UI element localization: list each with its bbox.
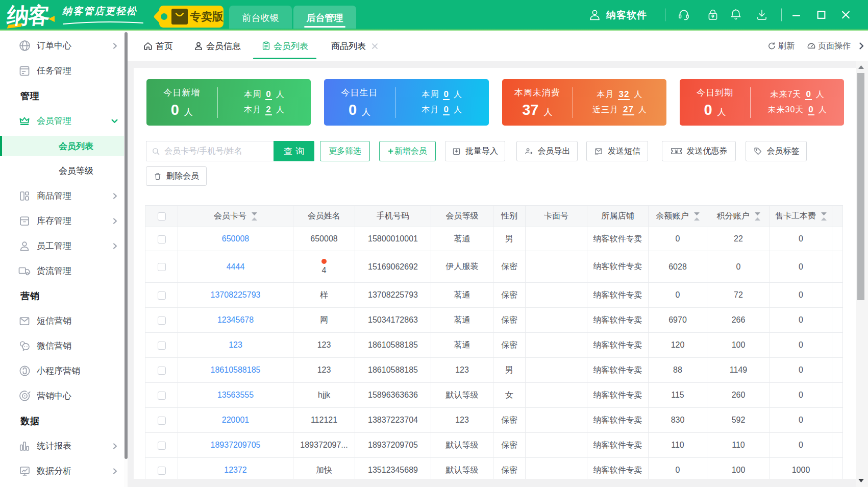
lock-icon[interactable] [706, 8, 720, 21]
sort-icon[interactable] [694, 212, 700, 221]
filler-cell [832, 383, 843, 408]
sidebar-item-数据分析[interactable]: 数据分析 [0, 458, 128, 483]
row-checkbox[interactable] [158, 291, 166, 300]
member-level-cell: 茗通 [431, 308, 493, 333]
sidebar-item-库存管理[interactable]: 库存管理 [0, 208, 128, 233]
sort-icon[interactable] [252, 212, 257, 221]
sidebar-item-小程序营销[interactable]: 小程序营销 [0, 358, 128, 383]
row-checkbox[interactable] [158, 392, 166, 400]
scroll-up-icon[interactable] [858, 65, 864, 69]
member-card-link[interactable]: 18937209705 [178, 433, 293, 458]
stat-subvalue[interactable]: 2 [265, 105, 271, 115]
row-checkbox[interactable] [158, 367, 166, 375]
sort-icon[interactable] [755, 212, 760, 221]
column-header-会员卡号[interactable]: 会员卡号 [178, 206, 293, 227]
row-checkbox-cell [145, 408, 178, 433]
chevron-right-icon [111, 468, 118, 475]
row-checkbox[interactable] [158, 316, 166, 325]
sidebar: 订单中心任务管理管理会员管理会员列表会员等级商品管理库存管理员工管理货流管理营销… [0, 31, 128, 487]
member-card-link[interactable]: 12372 [178, 458, 293, 479]
member-card-link[interactable]: 18610588185 [178, 358, 293, 383]
download-icon[interactable] [755, 8, 768, 21]
sidebar-scrollbar[interactable] [124, 31, 128, 487]
toolbar-button-批量导入[interactable]: 批量导入 [445, 141, 505, 161]
sort-icon[interactable] [821, 212, 827, 221]
toolbar-button-会员导出[interactable]: 会员导出 [516, 141, 578, 161]
stat-subvalue[interactable]: 0 [265, 89, 271, 100]
member-card-link[interactable]: 650008 [178, 227, 293, 251]
stat-subvalue[interactable]: 27 [623, 105, 634, 115]
sidebar-subitem-会员等级[interactable]: 会员等级 [0, 158, 128, 183]
refresh-button[interactable]: 刷新 [767, 41, 795, 52]
row-checkbox[interactable] [158, 467, 166, 475]
row-checkbox[interactable] [158, 263, 166, 271]
page-operations-button[interactable]: 页面操作 [807, 41, 851, 52]
row-checkbox[interactable] [158, 235, 166, 243]
select-all-checkbox[interactable] [158, 212, 166, 221]
column-header-余额账户[interactable]: 余额账户 [649, 206, 707, 227]
stat-card-main: 本周未消费 37人 [502, 87, 573, 118]
maximize-button[interactable] [816, 10, 826, 20]
row-checkbox[interactable] [158, 417, 166, 425]
content-scrollbar[interactable] [856, 61, 868, 487]
bell-icon[interactable] [729, 8, 742, 21]
member-card-link[interactable]: 220001 [178, 408, 293, 433]
stat-subvalue[interactable]: 32 [618, 89, 630, 100]
sidebar-item-商品管理[interactable]: 商品管理 [0, 183, 128, 208]
toolbar-button-发送短信[interactable]: 发送短信 [586, 141, 648, 161]
sidebar-subitem-会员列表[interactable]: 会员列表 [0, 133, 128, 158]
more-filters-button[interactable]: 更多筛选 [320, 141, 370, 161]
add-member-button[interactable]: +新增会员 [379, 141, 436, 161]
scroll-down-icon[interactable] [858, 479, 864, 482]
sidebar-scrollbar-thumb[interactable] [125, 32, 128, 459]
row-checkbox[interactable] [158, 342, 166, 350]
column-header-积分账户[interactable]: 积分账户 [707, 206, 770, 227]
sidebar-item-员工管理[interactable]: 员工管理 [0, 233, 128, 258]
close-button[interactable] [841, 10, 851, 20]
member-search-input[interactable]: 会员卡号/手机号/姓名 [146, 141, 274, 161]
stat-subvalue[interactable]: 0 [443, 105, 449, 115]
support-headset-icon[interactable] [677, 8, 690, 21]
account[interactable]: 纳客软件 [588, 8, 647, 22]
delete-member-button[interactable]: 删除会员 [146, 166, 207, 186]
member-face-cell [526, 458, 587, 479]
sidebar-item-营销中心[interactable]: 营销中心 [0, 383, 128, 408]
sidebar-item-统计报表[interactable]: 统计报表 [0, 433, 128, 458]
row-checkbox[interactable] [158, 442, 166, 450]
member-name-cell: 123 [293, 358, 355, 383]
badge-tag-hole [161, 13, 167, 20]
column-header-inner: 余额账户 [649, 211, 707, 222]
minimize-button[interactable] [791, 10, 801, 20]
member-card-link[interactable]: 123 [178, 333, 293, 358]
toolbar-button-发送优惠券[interactable]: 发送优惠券 [662, 141, 736, 161]
toolbar-button-会员标签[interactable]: 会员标签 [746, 141, 807, 161]
member-card-link[interactable]: 13563555 [178, 383, 293, 408]
stat-subvalue[interactable]: 0 [443, 89, 449, 100]
column-header-售卡工本费[interactable]: 售卡工本费 [770, 206, 832, 227]
member-list-panel: 今日新增 0人 本周0人本月2人 今日生日 0人 本周0人本月0人 本周未消费 … [134, 68, 856, 479]
member-gender-cell: 男 [493, 227, 526, 251]
stat-subvalue[interactable]: 0 [805, 89, 811, 100]
stat-subvalue[interactable]: 0 [808, 105, 814, 115]
sidebar-item-会员管理[interactable]: 会员管理 [0, 108, 128, 133]
member-name-cell: 样 [293, 283, 355, 308]
expand-right-icon[interactable] [857, 42, 865, 50]
member-card-link[interactable]: 13708225793 [178, 283, 293, 308]
target-icon [18, 389, 31, 402]
stat-card-main: 今日新增 0人 [146, 87, 217, 118]
sidebar-item-微信营销[interactable]: 微信营销 [0, 333, 128, 358]
sidebar-item-短信营销[interactable]: 短信营销 [0, 308, 128, 333]
stat-card-subrow: 本月2人 [244, 105, 284, 115]
sidebar-item-label: 库存管理 [37, 215, 71, 227]
column-header-inner: 性别 [493, 211, 525, 222]
column-header-卡面号: 卡面号 [526, 206, 587, 227]
column-header-label: 手机号码 [377, 211, 409, 222]
member-card-link[interactable]: 12345678 [178, 308, 293, 333]
content-scrollbar-thumb[interactable] [857, 73, 864, 300]
sidebar-item-货流管理[interactable]: 货流管理 [0, 258, 128, 283]
sidebar-item-任务管理[interactable]: 任务管理 [0, 58, 128, 83]
search-button[interactable]: 查询 [274, 141, 314, 161]
member-card-link[interactable]: 4444 [178, 251, 293, 283]
sidebar-item-订单中心[interactable]: 订单中心 [0, 33, 128, 58]
member-gender-cell: 保密 [493, 433, 526, 458]
